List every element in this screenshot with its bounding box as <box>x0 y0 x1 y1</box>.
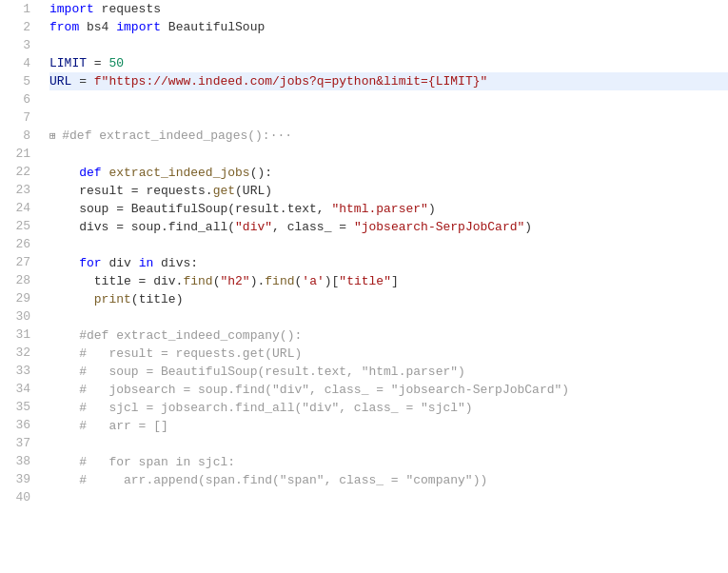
code-line: LIMIT = 50 <box>49 54 728 72</box>
line-number: 39 <box>0 470 30 488</box>
code-line: divs = soup.find_all("div", class_ = "jo… <box>49 218 728 236</box>
code-line <box>49 146 728 164</box>
code-line: soup = BeautifulSoup(result.text, "html.… <box>49 200 728 218</box>
line-number: 1 <box>0 0 30 18</box>
code-line: # for span in sjcl: <box>49 453 728 471</box>
line-number: 2 <box>0 18 30 36</box>
code-content[interactable]: import requestsfrom bs4 import Beautiful… <box>40 0 728 573</box>
line-number: 22 <box>0 163 30 181</box>
line-number: 26 <box>0 235 30 253</box>
line-number: 34 <box>0 380 30 398</box>
code-line: # soup = BeautifulSoup(result.text, "htm… <box>49 363 728 381</box>
code-line: from bs4 import BeautifulSoup <box>49 18 728 36</box>
line-number: 35 <box>0 398 30 416</box>
code-line <box>49 435 728 453</box>
code-line <box>49 36 728 54</box>
line-number: 32 <box>0 344 30 362</box>
line-number: 28 <box>0 271 30 289</box>
code-line: # jobsearch = soup.find("div", class_ = … <box>49 381 728 399</box>
code-container: 1234567821222324252627282930313233343536… <box>0 0 728 573</box>
code-line: # sjcl = jobsearch.find_all("div", class… <box>49 399 728 417</box>
code-line: URL = f"https://www.indeed.com/jobs?q=py… <box>49 72 728 90</box>
code-line: for div in divs: <box>49 254 728 272</box>
line-number: 4 <box>0 54 30 72</box>
code-line <box>49 236 728 254</box>
line-number: 21 <box>0 145 30 163</box>
code-editor: 1234567821222324252627282930313233343536… <box>0 0 728 573</box>
line-number: 33 <box>0 362 30 380</box>
code-line: def extract_indeed_jobs(): <box>49 164 728 182</box>
code-line: ⊞ #def extract_indeed_pages():··· <box>49 127 728 146</box>
line-number: 6 <box>0 90 30 109</box>
line-number: 23 <box>0 181 30 199</box>
line-number: 7 <box>0 109 30 127</box>
code-line: result = requests.get(URL) <box>49 182 728 200</box>
code-line: import requests <box>49 0 728 18</box>
line-number: 30 <box>0 307 30 326</box>
line-number: 38 <box>0 452 30 470</box>
code-line: # arr.append(span.find("span", class_ = … <box>49 471 728 489</box>
line-number: 40 <box>0 488 30 506</box>
code-line: # arr = [] <box>49 417 728 435</box>
code-line <box>49 90 728 109</box>
line-number: 24 <box>0 199 30 217</box>
line-number: 27 <box>0 253 30 271</box>
line-numbers: 1234567821222324252627282930313233343536… <box>0 0 40 573</box>
code-line <box>49 308 728 326</box>
code-line: #def extract_indeed_company(): <box>49 326 728 345</box>
code-line: print(title) <box>49 290 728 308</box>
line-number: 25 <box>0 217 30 235</box>
line-number: 29 <box>0 289 30 307</box>
line-number: 3 <box>0 36 30 54</box>
code-line <box>49 109 728 127</box>
line-number: 31 <box>0 326 30 344</box>
line-number: 37 <box>0 434 30 452</box>
code-line: title = div.find("h2").find('a')["title"… <box>49 272 728 290</box>
code-line <box>49 489 728 507</box>
line-number: 5 <box>0 72 30 90</box>
line-number: 8 <box>0 127 30 145</box>
code-line: # result = requests.get(URL) <box>49 345 728 363</box>
line-number: 36 <box>0 416 30 434</box>
